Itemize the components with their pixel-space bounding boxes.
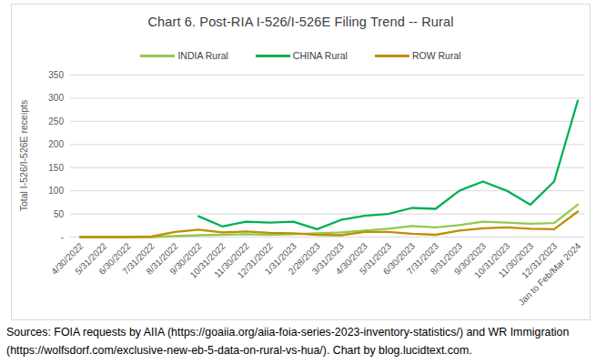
source-note-line1: Sources: FOIA requests by AIIA (https://… <box>6 324 593 342</box>
legend-item-row-rural: ROW Rural <box>375 50 461 61</box>
legend-swatch-row-rural <box>375 55 409 57</box>
legend-item-india-rural: INDIA Rural <box>140 50 227 61</box>
chart-legend: INDIA RuralCHINA RuralROW Rural <box>12 50 590 61</box>
chart-container: -50100150200250300350Total I-526/I-526E … <box>11 4 591 320</box>
y-tick-label-200: 200 <box>48 139 64 149</box>
legend-swatch-india-rural <box>140 55 175 57</box>
y-tick-label-100: 100 <box>48 186 64 196</box>
source-note-line2: (https://wolfsdorf.com/exclusive-new-eb-… <box>6 342 593 360</box>
y-tick-label-350: 350 <box>48 70 64 80</box>
legend-label-china-rural: CHINA Rural <box>293 50 348 61</box>
series-line-china-rural <box>198 101 578 229</box>
page: -50100150200250300350Total I-526/I-526E … <box>0 0 596 364</box>
legend-swatch-china-rural <box>256 55 290 57</box>
legend-item-china-rural: CHINA Rural <box>256 50 348 61</box>
y-tick-label-150: 150 <box>48 163 64 173</box>
y-axis-title: Total I-526/I-526E receipts <box>18 100 29 212</box>
y-tick-label-50: 50 <box>54 209 65 219</box>
legend-label-india-rural: INDIA Rural <box>177 50 227 61</box>
source-note: Sources: FOIA requests by AIIA (https://… <box>6 324 593 359</box>
y-tick-label-250: 250 <box>48 116 64 126</box>
y-tick-label-300: 300 <box>48 93 64 103</box>
legend-label-row-rural: ROW Rural <box>412 50 461 61</box>
y-gridlines <box>70 76 584 238</box>
chart-title: Chart 6. Post-RIA I-526/I-526E Filing Tr… <box>12 15 590 29</box>
y-tick-label-0: - <box>61 232 64 242</box>
series-line-india-rural <box>80 205 578 238</box>
x-tick-labels: 4/30/20225/31/20226/30/20227/31/20228/31… <box>49 240 583 307</box>
y-tick-labels: -50100150200250300350 <box>48 70 64 242</box>
